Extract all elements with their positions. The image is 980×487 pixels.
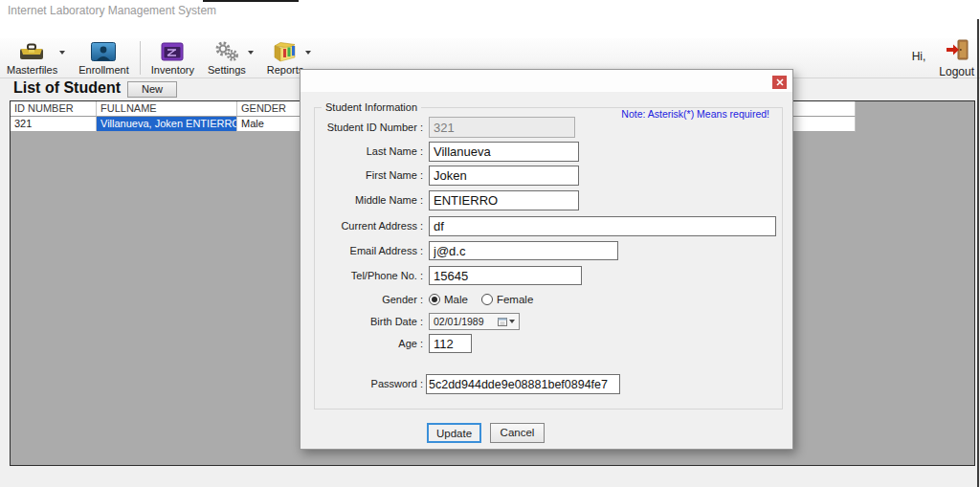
gender-male-radio[interactable]: Male bbox=[429, 294, 468, 305]
toolbar-item-settings[interactable]: Settings bbox=[201, 38, 253, 77]
gears-icon bbox=[212, 40, 241, 63]
toolbar-label: Masterfiles bbox=[7, 64, 57, 76]
toolbar-label: Enrollment bbox=[78, 64, 129, 76]
student-id-field bbox=[429, 117, 575, 138]
password-field[interactable] bbox=[426, 374, 620, 394]
new-button[interactable]: New bbox=[127, 81, 177, 98]
toolbar-label: Inventory bbox=[151, 64, 194, 76]
email-address-label: Email Address : bbox=[301, 241, 423, 260]
email-address-field[interactable] bbox=[429, 241, 618, 260]
current-address-field[interactable] bbox=[429, 216, 776, 236]
dialog-titlebar[interactable] bbox=[301, 70, 792, 92]
toolbar-separator bbox=[140, 41, 141, 75]
logout-door-icon bbox=[945, 39, 969, 64]
chart-icon bbox=[272, 40, 299, 63]
age-field[interactable] bbox=[429, 334, 472, 353]
groupbox-title: Student Information bbox=[322, 101, 421, 113]
toolbar-item-inventory[interactable]: Inventory bbox=[145, 38, 201, 77]
first-name-field[interactable] bbox=[429, 166, 579, 186]
gender-label: Gender : bbox=[301, 292, 423, 307]
calendar-icon bbox=[498, 317, 507, 326]
current-address-label: Current Address : bbox=[301, 216, 423, 236]
chevron-down-icon[interactable] bbox=[509, 320, 515, 323]
gender-female-radio[interactable]: Female bbox=[481, 294, 533, 305]
chevron-down-icon[interactable] bbox=[248, 51, 254, 55]
gender-male-label: Male bbox=[444, 294, 468, 305]
radio-unselected-icon[interactable] bbox=[481, 294, 493, 305]
middle-name-field[interactable] bbox=[429, 190, 579, 210]
toolbar-label: Settings bbox=[208, 64, 246, 76]
gender-radio-group: Male Female bbox=[429, 292, 533, 307]
page-title: Internet Laboratory Management System bbox=[8, 4, 216, 17]
browser-titlebar: Internet Laboratory Management System bbox=[0, 0, 980, 19]
toolbar-item-enrollment[interactable]: Enrollment bbox=[72, 38, 136, 77]
required-note: Note: Asterisk(*) Means required! bbox=[621, 108, 769, 120]
cell-fullname-selected[interactable]: Villanueva, Joken ENTIERRO bbox=[97, 117, 237, 132]
greeting-text: Hi, bbox=[912, 50, 926, 63]
person-icon bbox=[91, 40, 116, 63]
chevron-down-icon[interactable] bbox=[305, 51, 311, 55]
middle-name-label: Middle Name : bbox=[301, 190, 423, 210]
toolbar-item-masterfiles[interactable]: Masterfiles bbox=[0, 38, 64, 77]
update-button[interactable]: Update bbox=[427, 423, 481, 443]
top-edge-artifact bbox=[203, 0, 299, 2]
logout-label: Logout bbox=[939, 65, 974, 78]
birth-date-label: Birth Date : bbox=[301, 313, 423, 330]
password-label: Password : bbox=[301, 374, 423, 394]
last-name-label: Last Name : bbox=[301, 142, 423, 162]
student-information-dialog: Student Information Note: Asterisk(*) Me… bbox=[300, 69, 793, 450]
age-label: Age : bbox=[301, 334, 423, 353]
cancel-button[interactable]: Cancel bbox=[490, 423, 545, 443]
birth-date-picker[interactable]: 02/01/1989 bbox=[429, 313, 520, 330]
dialog-close-icon[interactable] bbox=[772, 76, 787, 89]
phone-field[interactable] bbox=[429, 266, 582, 285]
list-of-student-title: List of Student bbox=[13, 79, 121, 97]
student-id-label: Student ID Number : bbox=[301, 117, 423, 138]
toolbar-right: Hi, Logout bbox=[912, 38, 980, 77]
mdi-strip bbox=[0, 19, 980, 38]
gender-female-label: Female bbox=[497, 294, 533, 305]
column-header-id-number[interactable]: ID NUMBER bbox=[11, 101, 97, 117]
window-icon bbox=[161, 40, 184, 63]
toolbox-icon bbox=[18, 40, 47, 63]
phone-label: Tel/Phone No. : bbox=[301, 266, 423, 285]
logout-button[interactable]: Logout bbox=[933, 38, 980, 79]
first-name-label: First Name : bbox=[301, 166, 423, 186]
last-name-field[interactable] bbox=[429, 142, 579, 162]
toolbar-label: Reports bbox=[267, 64, 304, 76]
radio-selected-icon[interactable] bbox=[429, 294, 440, 305]
window-right-edge bbox=[977, 19, 979, 487]
cell-id-number[interactable]: 321 bbox=[11, 117, 97, 132]
column-header-fullname[interactable]: FULLNAME bbox=[97, 101, 237, 117]
birth-date-value: 02/01/1989 bbox=[434, 316, 498, 327]
chevron-down-icon[interactable] bbox=[59, 51, 65, 55]
